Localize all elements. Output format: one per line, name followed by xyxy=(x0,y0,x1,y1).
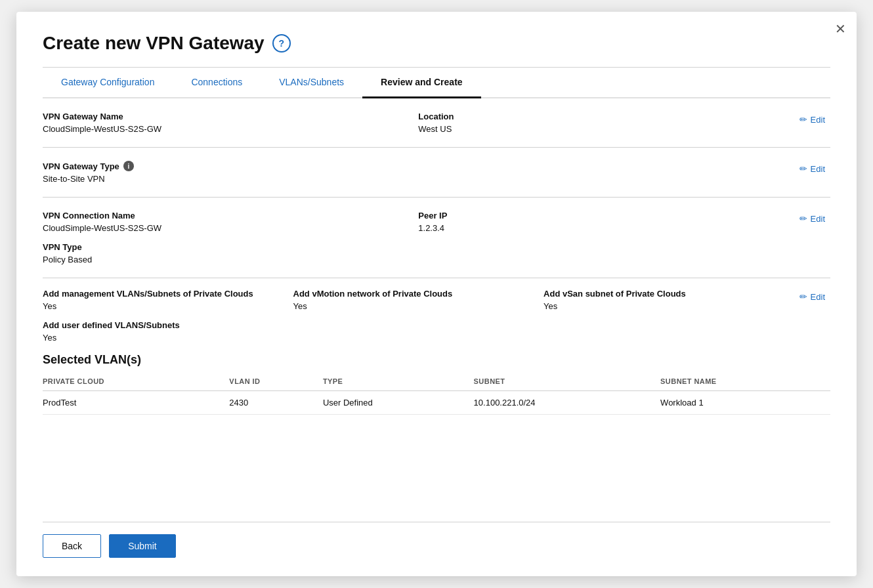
edit-pencil-icon-4: ✏ xyxy=(799,291,807,302)
cell-vlan-id: 2430 xyxy=(229,391,323,415)
section-gateway-name: VPN Gateway Name CloudSimple-WestUS-S2S-… xyxy=(43,98,830,148)
connection-name-peer-row: VPN Connection Name CloudSimple-WestUS-S… xyxy=(43,211,794,233)
vpn-gateway-type-value: Site-to-Site VPN xyxy=(43,174,794,184)
vpn-gateway-name-label: VPN Gateway Name xyxy=(43,112,418,121)
vpn-type-row: VPN Type Policy Based xyxy=(43,242,794,264)
gateway-type-row: VPN Gateway Type i Site-to-Site VPN ✏ Ed… xyxy=(43,161,830,184)
tab-review-create[interactable]: Review and Create xyxy=(362,68,481,98)
vpn-gateway-name-value: CloudSimple-WestUS-S2S-GW xyxy=(43,124,418,134)
vpn-type-label: VPN Type xyxy=(43,242,794,252)
edit-pencil-icon-2: ✏ xyxy=(799,163,807,174)
section-vlans-options: Add management VLANs/Subnets of Private … xyxy=(43,278,830,428)
edit-pencil-icon: ✏ xyxy=(799,114,807,125)
field-vmotion: Add vMotion network of Private Clouds Ye… xyxy=(293,289,544,311)
field-location: Location West US xyxy=(418,112,794,134)
section-gateway-type: VPN Gateway Type i Site-to-Site VPN ✏ Ed… xyxy=(43,148,830,198)
edit-gateway-type-button[interactable]: ✏ Edit xyxy=(794,161,830,177)
table-row: ProdTest 2430 User Defined 10.100.221.0/… xyxy=(43,391,830,415)
tab-vlans-subnets[interactable]: VLANs/Subnets xyxy=(261,68,362,98)
edit-gateway-type-label: Edit xyxy=(811,164,825,174)
edit-pencil-icon-3: ✏ xyxy=(799,213,807,224)
vsan-label: Add vSan subnet of Private Clouds xyxy=(543,289,794,299)
edit-gateway-name-label: Edit xyxy=(811,115,825,125)
tab-gateway-config[interactable]: Gateway Configuration xyxy=(43,68,173,98)
vmotion-label: Add vMotion network of Private Clouds xyxy=(293,289,544,299)
vmotion-value: Yes xyxy=(293,301,544,311)
vpn-type-value: Policy Based xyxy=(43,255,794,264)
user-defined-value: Yes xyxy=(43,333,794,343)
vlans-table: PRIVATE CLOUD VLAN ID TYPE SUBNET SUBNET… xyxy=(43,373,830,415)
field-peer-ip: Peer IP 1.2.3.4 xyxy=(418,211,794,233)
field-vpn-connection-name: VPN Connection Name CloudSimple-WestUS-S… xyxy=(43,211,418,233)
edit-gateway-name-button[interactable]: ✏ Edit xyxy=(794,112,830,127)
modal-title: Create new VPN Gateway xyxy=(43,33,265,54)
selected-vlans-title: Selected VLAN(s) xyxy=(43,353,830,367)
col-subnet-name: SUBNET NAME xyxy=(660,373,830,391)
vsan-value: Yes xyxy=(543,301,794,311)
modal-footer: Back Submit xyxy=(43,522,830,558)
vlans-options-row: Add management VLANs/Subnets of Private … xyxy=(43,289,830,343)
location-value: West US xyxy=(418,124,794,134)
field-vpn-gateway-type: VPN Gateway Type i Site-to-Site VPN xyxy=(43,161,794,184)
peer-ip-value: 1.2.3.4 xyxy=(418,223,794,233)
col-private-cloud: PRIVATE CLOUD xyxy=(43,373,229,391)
vpn-connection-name-value: CloudSimple-WestUS-S2S-GW xyxy=(43,223,418,233)
modal-container: ✕ Create new VPN Gateway ? Gateway Confi… xyxy=(16,12,857,576)
tab-nav: Gateway Configuration Connections VLANs/… xyxy=(43,68,830,98)
vlans-table-body: ProdTest 2430 User Defined 10.100.221.0/… xyxy=(43,391,830,415)
edit-vlans-button[interactable]: ✏ Edit xyxy=(794,289,830,304)
vlans-header-row: PRIVATE CLOUD VLAN ID TYPE SUBNET SUBNET… xyxy=(43,373,830,391)
col-type: TYPE xyxy=(323,373,474,391)
vpn-connection-name-label: VPN Connection Name xyxy=(43,211,418,220)
selected-vlans-section: Selected VLAN(s) PRIVATE CLOUD VLAN ID T… xyxy=(43,353,830,415)
content-area: VPN Gateway Name CloudSimple-WestUS-S2S-… xyxy=(43,98,830,516)
edit-connection-label: Edit xyxy=(811,214,825,224)
close-button[interactable]: ✕ xyxy=(835,22,846,35)
location-label: Location xyxy=(418,112,794,121)
mgmt-vlans-value: Yes xyxy=(43,301,293,311)
connection-fields: VPN Connection Name CloudSimple-WestUS-S… xyxy=(43,211,794,264)
tab-connections[interactable]: Connections xyxy=(173,68,261,98)
edit-vlans-label: Edit xyxy=(811,292,825,302)
user-defined-label: Add user defined VLANS/Subnets xyxy=(43,320,794,330)
vlans-option-fields: Add management VLANs/Subnets of Private … xyxy=(43,289,794,343)
field-mgmt-vlans: Add management VLANs/Subnets of Private … xyxy=(43,289,293,311)
vlans-table-header: PRIVATE CLOUD VLAN ID TYPE SUBNET SUBNET… xyxy=(43,373,830,391)
info-icon[interactable]: i xyxy=(123,161,134,171)
section-connection: VPN Connection Name CloudSimple-WestUS-S… xyxy=(43,198,830,278)
user-defined-row: Add user defined VLANS/Subnets Yes xyxy=(43,320,794,343)
field-vpn-gateway-name: VPN Gateway Name CloudSimple-WestUS-S2S-… xyxy=(43,112,418,134)
back-button[interactable]: Back xyxy=(43,534,101,558)
help-icon[interactable]: ? xyxy=(272,34,291,52)
cell-subnet: 10.100.221.0/24 xyxy=(474,391,661,415)
field-vsan: Add vSan subnet of Private Clouds Yes xyxy=(543,289,794,311)
cell-type: User Defined xyxy=(323,391,474,415)
vlans-top-row: Add management VLANs/Subnets of Private … xyxy=(43,289,794,311)
cell-subnet-name: Workload 1 xyxy=(660,391,830,415)
col-subnet: SUBNET xyxy=(474,373,661,391)
mgmt-vlans-label: Add management VLANs/Subnets of Private … xyxy=(43,289,293,299)
gateway-name-fields: VPN Gateway Name CloudSimple-WestUS-S2S-… xyxy=(43,112,794,134)
connection-row: VPN Connection Name CloudSimple-WestUS-S… xyxy=(43,211,830,264)
submit-button[interactable]: Submit xyxy=(109,534,176,558)
col-vlan-id: VLAN ID xyxy=(229,373,323,391)
title-row: Create new VPN Gateway ? xyxy=(43,33,830,54)
gateway-name-row: VPN Gateway Name CloudSimple-WestUS-S2S-… xyxy=(43,112,830,134)
peer-ip-label: Peer IP xyxy=(418,211,794,220)
cell-private-cloud: ProdTest xyxy=(43,391,229,415)
vpn-gateway-type-label: VPN Gateway Type i xyxy=(43,161,794,171)
edit-connection-button[interactable]: ✏ Edit xyxy=(794,211,830,226)
